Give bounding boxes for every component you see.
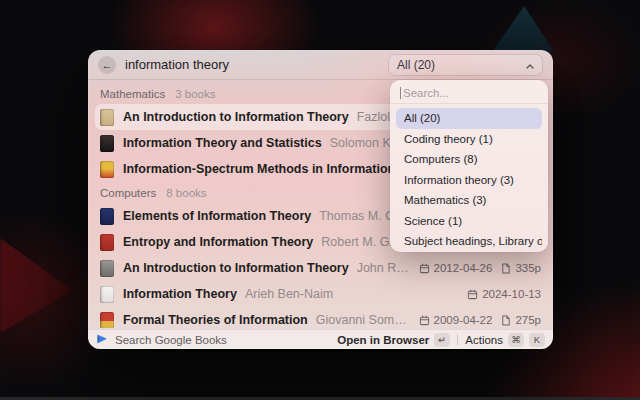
calendar-icon [419, 315, 430, 326]
search-input[interactable]: information theory [125, 57, 388, 72]
book-cover-icon [100, 260, 114, 277]
search-bar: ← information theory All (20) [88, 50, 553, 80]
row-accessories: 2009-04-22275p [411, 314, 541, 326]
wallpaper-red-triangle [0, 238, 72, 333]
book-title: Information Theory and Statistics [123, 136, 322, 150]
actions-menu-button[interactable]: Actions ⌘ K [465, 333, 545, 347]
dropdown-item[interactable]: Mathematics (3) [396, 190, 542, 211]
dropdown-search-placeholder: Search... [403, 87, 449, 99]
book-row[interactable]: An Introduction to Information TheoryJoh… [95, 255, 546, 281]
book-cover-icon [100, 208, 114, 225]
book-title: Elements of Information Theory [123, 209, 311, 223]
desktop-background: ← information theory All (20) Mathematic… [0, 0, 640, 400]
dropdown-item[interactable]: Science (1) [396, 211, 542, 232]
book-title: Formal Theories of Information [123, 313, 308, 327]
page-count: 275p [501, 314, 541, 326]
release-date: 2009-04-22 [419, 314, 493, 326]
cmd-key-badge: ⌘ [508, 333, 524, 347]
page-count: 335p [501, 262, 541, 274]
open-in-browser-action[interactable]: Open in Browser ↵ [337, 333, 450, 347]
dropdown-item[interactable]: Subject headings, Library of Con... [396, 231, 542, 252]
dropdown-item[interactable]: All (20) [396, 108, 542, 129]
return-key-badge: ↵ [434, 333, 450, 347]
dropdown-item[interactable]: Information theory (3) [396, 170, 542, 191]
calendar-icon [467, 289, 478, 300]
search-google-books-source[interactable]: Search Google Books [96, 333, 227, 347]
book-cover-icon [100, 161, 114, 178]
row-accessories: 2024-10-13 [459, 288, 541, 300]
open-in-browser-label: Open in Browser [337, 334, 429, 346]
launcher-window: ← information theory All (20) Mathematic… [88, 50, 553, 349]
chevron-up-icon [526, 58, 534, 72]
k-key-badge: K [529, 333, 545, 347]
book-title: An Introduction to Information Theory [123, 110, 349, 124]
book-author: Giovanni Sommaruga [316, 313, 411, 327]
book-author: John R. Pierce [357, 261, 411, 275]
actions-label: Actions [465, 334, 503, 346]
book-title: Entropy and Information Theory [123, 235, 313, 249]
book-cover-icon [100, 286, 114, 303]
book-title: An Introduction to Information Theory [123, 261, 349, 275]
section-title: Computers [100, 187, 156, 199]
footer-bar: Search Google Books Open in Browser ↵ Ac… [88, 329, 553, 349]
calendar-icon [419, 263, 430, 274]
book-cover-icon [100, 312, 114, 329]
book-cover-icon [100, 135, 114, 152]
back-button[interactable]: ← [98, 56, 116, 74]
filter-dropdown-panel: Search... All (20)Coding theory (1)Compu… [390, 80, 548, 252]
release-date: 2012-04-26 [419, 262, 493, 274]
book-row[interactable]: Formal Theories of InformationGiovanni S… [95, 307, 546, 328]
section-count: 8 books [166, 187, 206, 199]
pages-icon [501, 315, 511, 326]
pages-icon [501, 263, 511, 274]
wallpaper-teal-triangle [492, 6, 554, 52]
footer-divider [457, 334, 458, 345]
section-title: Mathematics [100, 88, 165, 100]
dropdown-search-input[interactable]: Search... [390, 80, 548, 104]
dropdown-options-list: All (20)Coding theory (1)Computers (8)In… [390, 104, 548, 252]
text-caret [400, 87, 401, 99]
dropdown-item[interactable]: Computers (8) [396, 149, 542, 170]
filter-dropdown-button[interactable]: All (20) [388, 54, 543, 76]
dropdown-item[interactable]: Coding theory (1) [396, 129, 542, 150]
section-count: 3 books [175, 88, 215, 100]
book-row[interactable]: Information TheoryArieh Ben-Naim2024-10-… [95, 281, 546, 307]
book-title: Information Theory [123, 287, 237, 301]
filter-label: All (20) [397, 58, 435, 72]
book-cover-icon [100, 109, 114, 126]
google-books-icon [96, 333, 108, 347]
book-author: Arieh Ben-Naim [245, 287, 333, 301]
footer-source-label: Search Google Books [115, 334, 227, 346]
book-cover-icon [100, 234, 114, 251]
footer-actions: Open in Browser ↵ Actions ⌘ K [337, 333, 545, 347]
release-date: 2024-10-13 [467, 288, 541, 300]
row-accessories: 2012-04-26335p [411, 262, 541, 274]
